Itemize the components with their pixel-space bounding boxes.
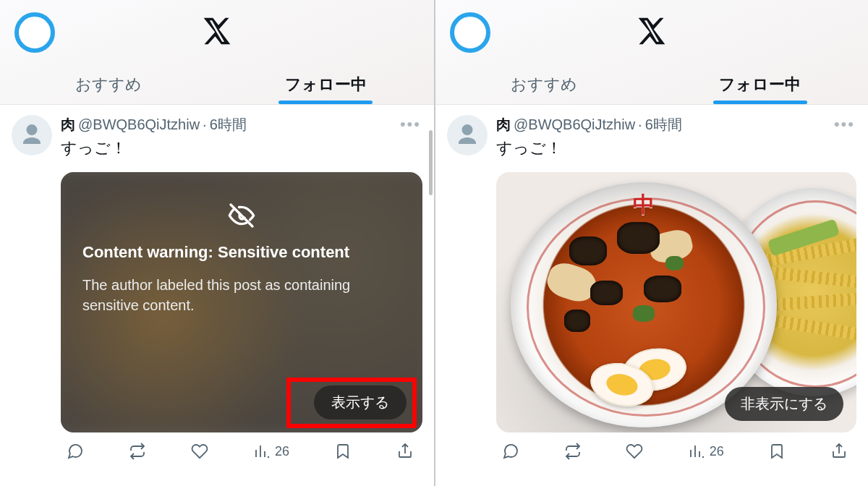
post-time[interactable]: 6時間 [210,115,247,135]
post-author-name[interactable]: 肉 [496,115,511,135]
bookmark-button[interactable] [768,443,786,460]
feed: 肉 @BWQB6QiJtzhiw · 6時間 すっご！ ••• 中 [435,104,868,486]
top-bar [435,0,868,65]
bookmark-button[interactable] [334,443,352,460]
post-actions: 26 [435,432,868,463]
post-body: 肉 @BWQB6QiJtzhiw · 6時間 すっご！ [496,115,856,159]
timeline-tabs: おすすめ フォロー中 [435,65,868,104]
post-header: 肉 @BWQB6QiJtzhiw · 6時間 [61,115,422,135]
post-actions: 26 [0,432,434,463]
scrollbar-thumb[interactable] [429,130,433,195]
post-dot: · [203,116,207,133]
post-header: 肉 @BWQB6QiJtzhiw · 6時間 [496,115,856,135]
tab-following[interactable]: フォロー中 [652,65,868,104]
screenshot-before: おすすめ フォロー中 肉 @BWQB6QiJtzhiw · 6時間 すっご！ •… [0,0,434,486]
post[interactable]: 肉 @BWQB6QiJtzhiw · 6時間 すっご！ ••• [435,105,868,163]
post-media-revealed[interactable]: 中 非表示にする [496,172,856,432]
post-author-handle[interactable]: @BWQB6QiJtzhiw [78,116,200,133]
post-more-icon[interactable]: ••• [834,115,855,134]
like-button[interactable] [626,443,643,460]
tab-recommend[interactable]: おすすめ [0,65,217,104]
profile-avatar-ring[interactable] [450,12,490,53]
post[interactable]: 肉 @BWQB6QiJtzhiw · 6時間 すっご！ ••• [0,105,434,163]
hide-content-label: 非表示にする [741,396,827,412]
show-content-label: 表示する [331,394,389,410]
post-body: 肉 @BWQB6QiJtzhiw · 6時間 すっご！ [61,115,422,159]
post-author-name[interactable]: 肉 [61,115,75,135]
eye-off-icon [227,201,256,233]
warning-description: The author labeled this post as containi… [82,275,401,315]
timeline-tabs: おすすめ フォロー中 [0,65,434,104]
show-content-button[interactable]: 表示する [314,385,407,419]
post-text: すっご！ [61,137,422,159]
share-button[interactable] [830,443,848,460]
reply-button[interactable] [67,443,84,460]
screenshot-after: おすすめ フォロー中 肉 @BWQB6QiJtzhiw · 6時間 すっご！ •… [434,0,868,486]
tab-recommend-label: おすすめ [75,74,142,95]
top-bar [0,0,434,65]
tab-following-label: フォロー中 [285,74,367,95]
post-time[interactable]: 6時間 [645,115,682,135]
post-media-sensitive: Content warning: Sensitive content The a… [61,172,422,432]
views-button[interactable]: 26 [688,443,724,460]
repost-button[interactable] [129,443,146,460]
share-button[interactable] [396,443,414,460]
views-count: 26 [710,444,724,459]
hide-content-button[interactable]: 非表示にする [725,387,843,421]
post-avatar[interactable] [447,115,488,155]
post-text: すっご！ [496,137,856,159]
reply-button[interactable] [502,443,519,460]
tab-recommend-label: おすすめ [511,74,577,95]
like-button[interactable] [191,443,208,460]
x-logo-icon[interactable] [201,15,233,50]
warning-title: Content warning: Sensitive content [82,243,401,262]
post-author-handle[interactable]: @BWQB6QiJtzhiw [514,116,635,133]
post-dot: · [638,116,642,133]
x-logo-icon[interactable] [636,15,668,50]
views-count: 26 [275,444,289,459]
profile-avatar-ring[interactable] [14,12,55,53]
feed: 肉 @BWQB6QiJtzhiw · 6時間 すっご！ ••• [0,104,434,486]
bowl-logo-text: 中 [633,190,655,220]
views-button[interactable]: 26 [253,443,289,460]
tab-following[interactable]: フォロー中 [217,65,434,104]
tab-recommend[interactable]: おすすめ [435,65,652,104]
tab-following-label: フォロー中 [719,74,801,95]
repost-button[interactable] [564,443,582,460]
post-avatar[interactable] [12,115,52,155]
post-more-icon[interactable]: ••• [400,115,421,134]
